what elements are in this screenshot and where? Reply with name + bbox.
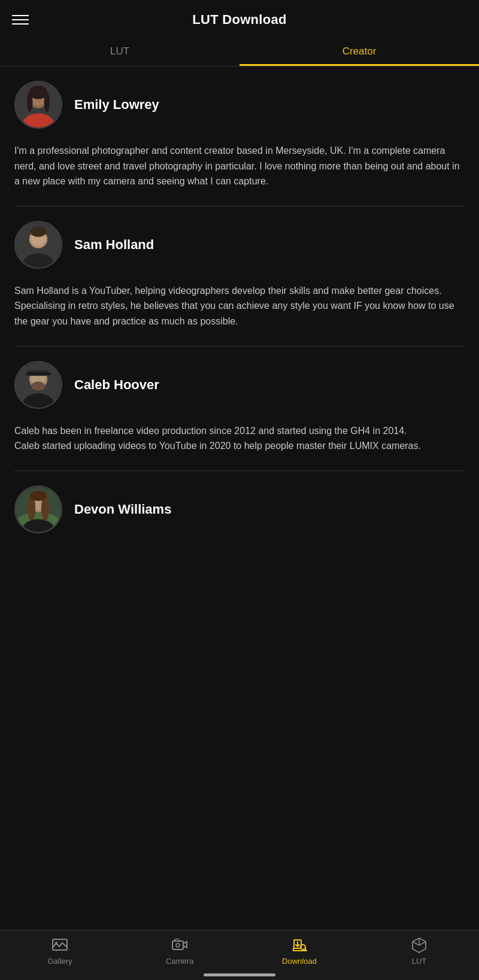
svg-point-26 bbox=[30, 490, 47, 500]
svg-point-5 bbox=[27, 92, 33, 112]
creator-devon: Devon Williams bbox=[0, 471, 479, 533]
creator-bio-sam: Sam Holland is a YouTuber, helping video… bbox=[14, 283, 465, 329]
nav-label-lut: LUT bbox=[412, 957, 427, 966]
creator-header-devon: Devon Williams bbox=[14, 486, 465, 533]
avatar-sam bbox=[14, 221, 62, 269]
creator-emily: Emily Lowrey I'm a professional photogra… bbox=[0, 66, 479, 189]
app-header: LUT Download bbox=[0, 0, 479, 37]
content-area: Emily Lowrey I'm a professional photogra… bbox=[0, 66, 479, 608]
svg-point-28 bbox=[55, 942, 57, 944]
creator-name-devon: Devon Williams bbox=[74, 502, 171, 517]
avatar-devon bbox=[14, 486, 62, 533]
menu-button[interactable] bbox=[12, 15, 29, 25]
bottom-nav: Gallery Camera bbox=[0, 930, 479, 980]
creator-bio-caleb: Caleb has been in freelance video produc… bbox=[14, 423, 465, 454]
nav-download[interactable]: Download bbox=[240, 936, 359, 966]
nav-label-camera: Camera bbox=[166, 957, 193, 966]
avatar-emily bbox=[14, 81, 62, 129]
svg-rect-29 bbox=[172, 941, 183, 949]
avatar-caleb bbox=[14, 361, 62, 409]
camera-icon bbox=[171, 936, 188, 953]
nav-lut[interactable]: LUT bbox=[359, 936, 479, 966]
home-indicator bbox=[204, 973, 275, 976]
nav-label-download: Download bbox=[282, 957, 317, 966]
svg-line-38 bbox=[419, 942, 426, 945]
tab-creator[interactable]: Creator bbox=[240, 37, 479, 66]
lut-icon bbox=[411, 936, 428, 953]
creator-header-emily: Emily Lowrey bbox=[14, 81, 465, 129]
nav-label-gallery: Gallery bbox=[47, 957, 72, 966]
page-title: LUT Download bbox=[192, 12, 287, 28]
creator-header-sam: Sam Holland bbox=[14, 221, 465, 269]
nav-gallery[interactable]: Gallery bbox=[0, 936, 120, 966]
download-icon bbox=[291, 936, 308, 953]
svg-point-6 bbox=[44, 92, 50, 112]
tab-lut[interactable]: LUT bbox=[0, 37, 240, 66]
gallery-icon bbox=[51, 936, 68, 953]
creator-header-caleb: Caleb Hoover bbox=[14, 361, 465, 409]
svg-line-37 bbox=[413, 942, 419, 945]
creator-name-sam: Sam Holland bbox=[74, 237, 154, 253]
svg-point-30 bbox=[176, 943, 180, 947]
nav-camera[interactable]: Camera bbox=[120, 936, 240, 966]
svg-rect-17 bbox=[26, 372, 51, 375]
creator-caleb: Caleb Hoover Caleb has been in freelance… bbox=[0, 347, 479, 454]
svg-point-11 bbox=[31, 226, 47, 236]
creator-sam: Sam Holland Sam Holland is a YouTuber, h… bbox=[0, 207, 479, 329]
creator-name-emily: Emily Lowrey bbox=[74, 97, 159, 113]
creator-bio-emily: I'm a professional photographer and cont… bbox=[14, 143, 465, 189]
tab-bar: LUT Creator bbox=[0, 37, 479, 66]
creator-name-caleb: Caleb Hoover bbox=[74, 377, 159, 393]
svg-point-18 bbox=[32, 381, 46, 390]
